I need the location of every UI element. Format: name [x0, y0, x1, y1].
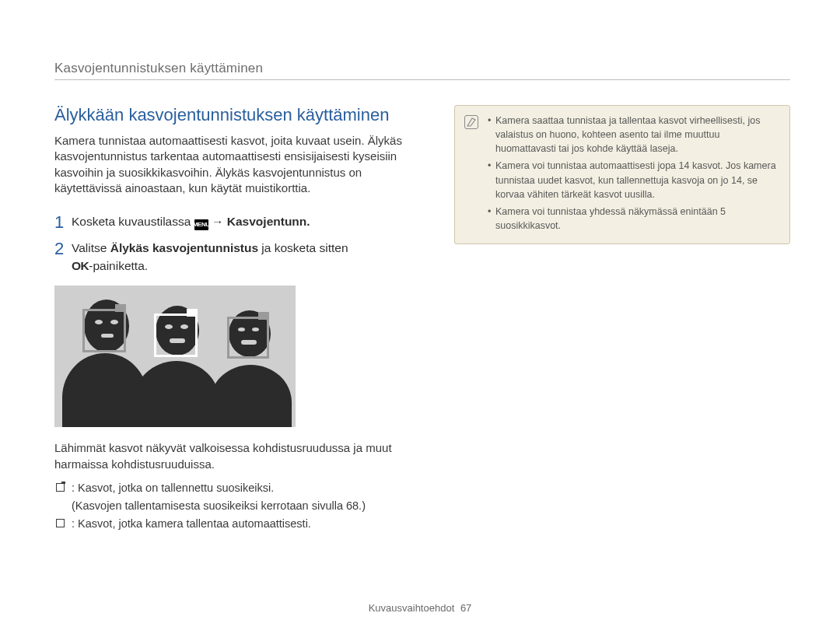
step-1: 1 Kosketa kuvaustilassa MENU → Kasvojent… [54, 213, 428, 232]
page-title: Älykkään kasvojentunnistuksen käyttämine… [54, 105, 428, 125]
illustration-caption: Lähimmät kasvot näkyvät valkoisessa kohd… [54, 440, 428, 472]
page-number: 67 [460, 602, 471, 614]
manual-page: Kasvojentunnistuksen käyttäminen Älykkää… [0, 0, 840, 634]
illustration [54, 285, 296, 427]
step-text: Valitse Älykäs kasvojentunnistus ja kosk… [72, 240, 348, 275]
square-tab-icon [56, 483, 65, 492]
note-box: Kamera saattaa tunnistaa ja tallentaa ka… [454, 105, 790, 244]
focus-box-gray [227, 317, 269, 359]
divider [54, 79, 790, 80]
square-icon [56, 519, 65, 527]
focus-box-white [154, 313, 198, 357]
step2-post: ja kosketa sitten [258, 241, 348, 254]
intro-paragraph: Kamera tunnistaa automaattisesti kasvot,… [54, 133, 428, 196]
menu-icon: MENU [194, 219, 208, 230]
two-column-layout: Älykkään kasvojentunnistuksen käyttämine… [54, 105, 790, 534]
note-item: Kamera saattaa tunnistaa ja tallentaa ka… [488, 114, 779, 156]
step1-pre: Kosketa kuvaustilassa [72, 215, 194, 228]
bullet-sub: (Kasvojen tallentamisesta suosikeiksi ke… [54, 498, 428, 514]
focus-box-gray [82, 309, 126, 352]
step-number: 1 [54, 213, 72, 232]
bullet-list: : Kasvot, jotka on tallennettu suosikeik… [54, 480, 428, 532]
step-text: Kosketa kuvaustilassa MENU → Kasvojentun… [72, 213, 310, 230]
note-item: Kamera voi tunnistaa yhdessä näkymässä e… [488, 205, 779, 233]
note-item: Kamera voi tunnistaa automaattisesti jop… [488, 159, 779, 201]
step1-bold: Kasvojentunn. [227, 215, 310, 228]
right-column: Kamera saattaa tunnistaa ja tallentaa ka… [454, 105, 790, 534]
step2-bold: Älykäs kasvojentunnistus [110, 241, 258, 254]
footer-label: Kuvausvaihtoehdot [369, 602, 455, 614]
bullet-item: : Kasvot, jotka kamera tallentaa automaa… [54, 516, 428, 532]
note-list: Kamera saattaa tunnistaa ja tallentaa ka… [488, 114, 779, 236]
bullet-sub-text: (Kasvojen tallentamisesta suosikeiksi ke… [72, 499, 366, 512]
page-footer: Kuvausvaihtoehdot 67 [0, 602, 840, 614]
step-2: 2 Valitse Älykäs kasvojentunnistus ja ko… [54, 240, 428, 275]
bullet-item: : Kasvot, jotka on tallennettu suosikeik… [54, 480, 428, 496]
left-column: Älykkään kasvojentunnistuksen käyttämine… [54, 105, 428, 534]
step2-pre: Valitse [72, 241, 110, 254]
silhouette [210, 365, 292, 427]
step-number: 2 [54, 240, 72, 258]
arrow-icon: → [208, 215, 227, 228]
bullet-text: : Kasvot, jotka kamera tallentaa automaa… [72, 517, 311, 530]
step2-ok-post: -painiketta. [89, 259, 148, 272]
silhouette [134, 361, 219, 427]
section-header: Kasvojentunnistuksen käyttäminen [54, 61, 790, 76]
bullet-text: : Kasvot, jotka on tallennettu suosikeik… [72, 482, 274, 494]
ok-icon: OK [72, 259, 89, 272]
note-icon [464, 115, 478, 129]
